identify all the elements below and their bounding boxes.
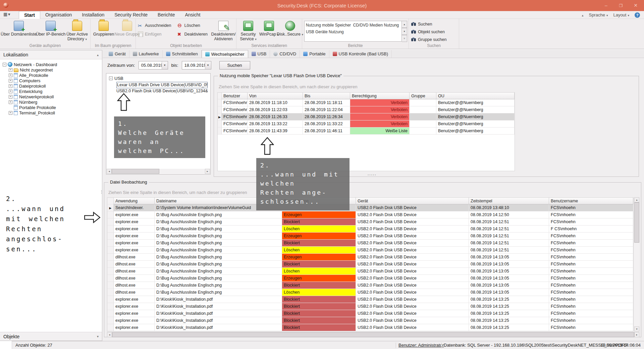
scroll-right-icon[interactable] (634, 332, 639, 337)
sidebar-tree-item-netzwerk-dashboard[interactable]: −Netzwerk - Dashboard (0, 62, 102, 67)
help-icon[interactable] (635, 12, 640, 18)
scrollbar-track[interactable] (159, 169, 205, 174)
suchen-button[interactable]: Suchen (411, 21, 432, 27)
view-tab-wechselspeicher[interactable]: Wechselspeicher (202, 50, 248, 58)
gallery-item-usb-geräte-nutzung[interactable]: USB Geräte Nutzung (306, 29, 353, 35)
tree-expander-icon[interactable]: + (9, 111, 12, 115)
sidebar-tree-item-computers[interactable]: +Computers (0, 78, 102, 83)
table-row[interactable]: explorer.exeD:\Bug Auschlussliste Englis… (107, 211, 633, 218)
deaktivieren-button[interactable]: Deaktivieren (177, 32, 208, 37)
sidebar-tree-item-portable-protokolle[interactable]: Portable Protokolle (0, 105, 102, 110)
close-icon[interactable] (630, 1, 641, 9)
tree-expander-icon[interactable]: + (9, 73, 12, 77)
gallery-expand-icon[interactable]: ▿ (402, 35, 407, 42)
disksecure-button[interactable]: Disk..Secure (280, 20, 300, 38)
sidebar-tree-item-terminal-protokoll[interactable]: +Terminal_Protokoll (0, 110, 102, 115)
column-header-benutzername[interactable]: Benutzername (549, 198, 633, 204)
table-row[interactable]: FCS\mhoehn28.08.2019 11:33:2228.08.2019 … (218, 120, 515, 128)
ueber-domaenenliste-button[interactable]: Über Domänenliste (2, 20, 35, 37)
table-row[interactable]: SearchIndexer.D:\System Volume Informati… (107, 204, 633, 211)
menu-tab-installation[interactable]: Installation (77, 11, 109, 19)
minimize-icon[interactable] (600, 1, 612, 9)
scroll-left-icon[interactable] (107, 332, 112, 337)
scroll-down-icon[interactable] (634, 327, 639, 332)
tree-expander-icon[interactable]: − (3, 63, 6, 66)
scrollbar-thumb[interactable] (634, 202, 639, 243)
view-tab-portable[interactable]: Portable (300, 50, 329, 58)
scroll-left-icon[interactable] (107, 169, 112, 174)
table-row[interactable]: explorer.exeD:\Kiosk\Kiosk_Installation.… (107, 296, 633, 303)
sidebar-tree-item-nicht-zugeordnet[interactable]: +Nicht zugeordnet (0, 67, 102, 72)
view-tab-gerät[interactable]: Gerät (105, 50, 129, 58)
usb-tree-item-lexar[interactable]: Lexar USB Flash Drive USB Device(USB\VID… (116, 82, 208, 88)
sidebar-tree-item-netzwerkprotokoll[interactable]: +Netzwerkprotokoll (0, 94, 102, 99)
horizontal-scrollbar[interactable] (107, 169, 210, 174)
deaktivieren-aktivieren-button[interactable]: Deaktivieren/Aktivieren (212, 20, 234, 42)
column-header-berechtigung[interactable]: Berechtigung (350, 93, 410, 99)
scrollbar-thumb[interactable] (112, 169, 159, 174)
gallery-scroll-up-icon[interactable]: ▴ (402, 21, 407, 28)
sidebar-tree-item-nürnberg[interactable]: +Nürnberg (0, 99, 102, 105)
view-tab-cd-dvd[interactable]: CD/DVD (270, 50, 300, 58)
status-user-link[interactable]: Benutzer: Administrator (398, 341, 444, 349)
table-row[interactable]: FCS\mhoehn28.08.2019 11:18:1028.08.2019 … (218, 99, 515, 106)
menu-tab-organisation[interactable]: Organisation (40, 11, 77, 19)
sidebar-tree-item-alle-protokolle[interactable]: +Alle_Protokolle (0, 72, 102, 78)
table-row[interactable]: dllhost.exeD:\Bug Auschlussliste Englisc… (107, 268, 633, 275)
view-tab-usb[interactable]: USB (248, 50, 270, 58)
winpcap-button[interactable]: WinPcap (259, 20, 279, 38)
chevron-down-icon[interactable] (162, 61, 168, 69)
objekt-suchen-button[interactable]: Objekt suchen (411, 29, 445, 35)
tree-expander-icon[interactable]: − (109, 77, 113, 80)
gruppieren-button[interactable]: Gruppieren (93, 20, 115, 37)
tree-expander-icon[interactable]: + (9, 79, 12, 83)
menu-tab-ansicht[interactable]: Ansicht (180, 11, 205, 19)
menu-tab-start[interactable]: Start (19, 11, 40, 19)
date-to-combo[interactable]: 18.09.2019 (182, 61, 211, 69)
maximize-icon[interactable] (615, 1, 627, 9)
column-header-gerät[interactable]: Gerät (356, 198, 469, 204)
table-row[interactable]: explorer.exeD:\Kiosk\Kiosk_Installation.… (107, 303, 633, 310)
ueber-ip-bereich-button[interactable]: Über IP-Bereich (37, 20, 65, 37)
ueber-active-directory-button[interactable]: Über ActiveDirectory (66, 20, 88, 42)
sidebar-splitter-handle[interactable] (99, 191, 104, 193)
vertical-scrollbar[interactable] (634, 197, 639, 332)
column-header-ou[interactable]: OU (436, 93, 515, 99)
column-header-gruppe[interactable]: Gruppe (410, 93, 436, 99)
table-row[interactable]: explorer.exeD:\Kiosk\Kiosk_Installation.… (107, 324, 633, 331)
loeschen-button[interactable]: Löschen (177, 23, 208, 28)
column-header-zeitstempel[interactable]: Zeitstempel (469, 198, 549, 204)
language-menu[interactable]: Sprache (589, 12, 608, 17)
security-service-button[interactable]: SecurityService (238, 20, 258, 42)
menu-tab-berichte[interactable]: Berichte (153, 11, 180, 19)
view-tab-schnittstellen[interactable]: Schnittstellen (163, 50, 202, 58)
tree-expander-icon[interactable]: + (9, 84, 12, 88)
scroll-right-icon[interactable] (205, 169, 210, 174)
usb-tree-root[interactable]: − USB (106, 73, 210, 82)
ribbon-collapse-icon[interactable] (582, 12, 583, 17)
sidebar-footer-objekte[interactable]: Objekte (0, 332, 102, 341)
table-row[interactable]: explorer.exeD:\Kiosk\Kiosk_Installation.… (107, 317, 633, 324)
horizontal-scrollbar[interactable] (107, 332, 639, 337)
table-row[interactable]: explorer.exeD:\Kiosk\Kiosk_Installation.… (107, 310, 633, 317)
table-row[interactable]: dllhost.exeD:\Bug Auschlussliste Englisc… (107, 261, 633, 268)
menu-tab-security-rechte[interactable]: Security Rechte (109, 11, 153, 19)
view-tab-usb-kontrolle-bad-usb[interactable]: USB Kontrolle (Bad USB) (329, 50, 392, 58)
chevron-down-icon[interactable] (205, 61, 211, 69)
table-row[interactable]: dllhost.exeD:\Bug Auschlussliste Englisc… (107, 254, 633, 261)
table-row[interactable]: FCS\mhoehn28.08.2019 11:22:0328.08.2019 … (218, 106, 515, 113)
scrollbar-track[interactable] (634, 243, 639, 327)
view-tab-laufwerke[interactable]: Laufwerke (129, 50, 163, 58)
table-row[interactable]: explorer.exeD:\Bug Auschlussliste Englis… (107, 226, 633, 233)
tree-expander-icon[interactable]: + (9, 90, 12, 93)
column-header-bis[interactable]: Bis (303, 93, 350, 99)
chevron-up-icon[interactable] (97, 53, 99, 57)
table-row[interactable]: explorer.exeD:\Bug Auschlussliste Englis… (107, 218, 633, 226)
tree-expander-icon[interactable]: + (9, 100, 12, 104)
app-menu-icon[interactable] (3, 12, 15, 18)
gallery-item-nutzung-mobile-speicher[interactable]: Nutzung mobile Speicher (306, 22, 353, 29)
collapsed-splitter-dots[interactable]: ..... (368, 171, 377, 176)
scrollbar-thumb[interactable] (112, 332, 634, 337)
column-header-anwendung[interactable]: Anwendung (114, 198, 155, 204)
table-row[interactable]: FCS\mhoehn28.08.2019 11:43:3928.08.2019 … (218, 128, 515, 135)
